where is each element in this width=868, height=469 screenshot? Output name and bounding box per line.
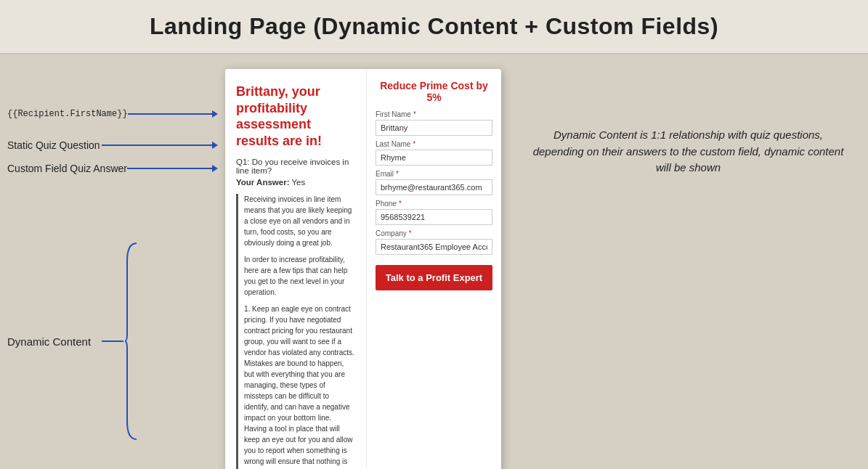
- first-name-input[interactable]: [376, 120, 492, 136]
- company-label: Company*: [376, 229, 492, 237]
- hero-title: Brittany, your profitability assessment …: [236, 83, 355, 149]
- arrow-tip-3: [212, 165, 218, 172]
- company-input[interactable]: [376, 239, 492, 255]
- cta-button[interactable]: Talk to a Profit Expert: [376, 265, 492, 290]
- recipient-label: {{Recipient.FirstName}}: [7, 109, 128, 119]
- email-group: Email*: [376, 170, 492, 195]
- recipient-arrow: [128, 110, 218, 118]
- phone-label: Phone*: [376, 200, 492, 208]
- dynamic-content-label: Dynamic Content: [7, 335, 102, 348]
- custom-field-label: Custom Field Quiz Answer: [7, 163, 127, 174]
- static-quiz-label: Static Quiz Question: [7, 139, 102, 151]
- first-name-group: First Name*: [376, 110, 492, 136]
- required-star: *: [413, 110, 416, 118]
- first-name-label: First Name*: [376, 110, 492, 118]
- dynamic-para2: In order to increase profitability, here…: [244, 254, 355, 298]
- arrow-shaft-4: [102, 340, 123, 342]
- last-name-label: Last Name*: [376, 140, 492, 148]
- dynamic-text-block: Receiving invoices in line item means th…: [236, 194, 355, 469]
- required-star-3: *: [396, 170, 399, 178]
- card-right-col: Reduce Prime Cost by 5% First Name* Last…: [367, 69, 501, 469]
- arrow-tip-1: [212, 110, 218, 118]
- recipient-annotation-row: {{Recipient.FirstName}}: [7, 109, 218, 119]
- quiz-answer: Your Answer: Yes: [236, 178, 355, 187]
- quiz-question: Q1: Do you receive invoices in line item…: [236, 158, 355, 175]
- last-name-group: Last Name*: [376, 140, 492, 166]
- arrow-shaft-3: [127, 168, 212, 169]
- right-annotation: Dynamic Content is 1:1 relationship with…: [501, 69, 861, 469]
- static-quiz-arrow: [102, 142, 218, 149]
- arrow-tip-2: [212, 142, 218, 149]
- card-layout: Brittany, your profitability assessment …: [225, 69, 501, 469]
- dynamic-tip1: 1. Keep an eagle eye on contract pricing…: [244, 303, 355, 469]
- page-header: Landing Page (Dynamic Content + Custom F…: [0, 0, 868, 54]
- static-quiz-annotation-row: Static Quiz Question: [7, 139, 218, 151]
- landing-card: Brittany, your profitability assessment …: [225, 69, 501, 469]
- dynamic-content-annotation-row: Dynamic Content: [7, 240, 218, 443]
- custom-field-annotation-row: Custom Field Quiz Answer: [7, 163, 218, 174]
- main-area: {{Recipient.FirstName}} Static Quiz Ques…: [0, 54, 868, 469]
- dynamic-content-brace: [123, 240, 138, 443]
- email-label: Email*: [376, 170, 492, 178]
- phone-group: Phone*: [376, 200, 492, 225]
- quiz-answer-label: Your Answer:: [236, 178, 289, 187]
- page-title: Landing Page (Dynamic Content + Custom F…: [22, 13, 846, 40]
- required-star-2: *: [413, 140, 415, 148]
- arrow-shaft-2: [102, 144, 212, 146]
- company-group: Company*: [376, 229, 492, 255]
- last-name-input[interactable]: [376, 150, 492, 166]
- arrow-shaft-1: [128, 113, 212, 115]
- annotations-wrapper: {{Recipient.FirstName}} Static Quiz Ques…: [7, 91, 218, 443]
- left-annotations: {{Recipient.FirstName}} Static Quiz Ques…: [7, 69, 218, 469]
- email-input[interactable]: [376, 179, 492, 195]
- required-star-5: *: [409, 229, 412, 237]
- dynamic-para1: Receiving invoices in line item means th…: [244, 194, 355, 248]
- required-star-4: *: [399, 200, 402, 208]
- right-annotation-text: Dynamic Content is 1:1 relationship with…: [530, 127, 846, 176]
- form-title: Reduce Prime Cost by 5%: [376, 80, 492, 103]
- quiz-answer-value: Yes: [291, 178, 305, 187]
- dynamic-content-arrow: [102, 240, 138, 443]
- card-left-col: Brittany, your profitability assessment …: [225, 69, 367, 469]
- custom-field-arrow: [127, 165, 218, 172]
- phone-input[interactable]: [376, 209, 492, 225]
